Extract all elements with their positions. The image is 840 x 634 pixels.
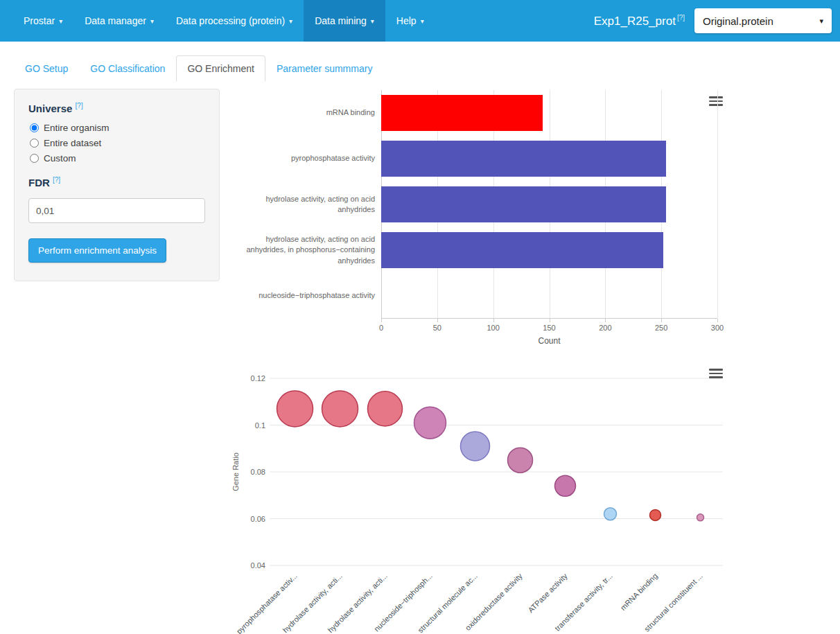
bar-row xyxy=(381,90,717,136)
axis-tick xyxy=(493,319,494,322)
bar-category-label: nucleoside−triphosphatase activity xyxy=(229,273,381,319)
radio-entire-organism[interactable]: Entire organism xyxy=(30,123,205,133)
radio-entire-dataset-input[interactable] xyxy=(30,139,39,148)
y-tick-label: 0.12 xyxy=(251,374,265,382)
bar-row xyxy=(381,136,717,182)
bubble[interactable] xyxy=(697,514,704,521)
top-navbar: Prostar▾Data manager▾Data processing (pr… xyxy=(0,0,840,42)
universe-heading-label: Universe xyxy=(28,103,72,114)
gridline xyxy=(717,90,718,318)
bar-category-label: mRNA binding xyxy=(229,90,381,136)
y-tick-label: 0.06 xyxy=(251,515,265,523)
barchart-x-axis-title: Count xyxy=(381,336,717,346)
bubble[interactable] xyxy=(461,432,490,461)
main-menu: Prostar▾Data manager▾Data processing (pr… xyxy=(12,0,435,42)
tab-parameter-summmary[interactable]: Parameter summmary xyxy=(265,55,383,82)
fdr-input[interactable] xyxy=(28,198,205,223)
radio-entire-dataset[interactable]: Entire dataset xyxy=(30,138,205,148)
dataset-help-icon[interactable]: [?] xyxy=(677,14,685,21)
fdr-heading: FDR [?] xyxy=(28,176,205,188)
navbar-right: Exp1_R25_prot[?] Original.protein ▾ xyxy=(594,0,832,42)
radio-custom[interactable]: Custom xyxy=(30,153,205,164)
chevron-down-icon: ▾ xyxy=(371,17,374,25)
fdr-heading-label: FDR xyxy=(28,177,50,188)
y-tick-label: 0.1 xyxy=(255,421,265,430)
nav-item-prostar[interactable]: Prostar▾ xyxy=(12,0,73,42)
bar-category-label: hydrolase activity, acting on acid anhyd… xyxy=(229,182,381,227)
bar-row xyxy=(381,227,717,273)
y-tick-label: 0.08 xyxy=(251,468,265,476)
y-axis-title: Gene Ratio xyxy=(231,452,240,491)
chart-export-menu-icon[interactable] xyxy=(709,367,723,380)
radio-custom-input[interactable] xyxy=(30,154,39,163)
bubble[interactable] xyxy=(508,448,533,473)
universe-heading: Universe [?] xyxy=(28,102,205,114)
axis-tick xyxy=(661,319,662,322)
tab-go-classification[interactable]: GO Classification xyxy=(79,55,176,82)
bar-row xyxy=(381,182,717,227)
radio-entire-organism-input[interactable] xyxy=(30,123,39,132)
enrichment-sidebar-panel: Universe [?] Entire organism Entire data… xyxy=(14,89,220,281)
bar[interactable] xyxy=(381,141,666,177)
x-tick-label: 300 xyxy=(711,324,724,332)
barchart-category-labels: mRNA bindingpyrophosphatase activityhydr… xyxy=(229,90,381,319)
barchart-body: mRNA bindingpyrophosphatase activityhydr… xyxy=(229,89,724,319)
bar-row xyxy=(381,273,717,319)
go-analysis-tabs: GO SetupGO ClassificationGO EnrichmentPa… xyxy=(14,55,840,82)
bubble[interactable] xyxy=(650,509,661,520)
axis-tick xyxy=(437,319,438,322)
x-tick-label: 0 xyxy=(379,324,383,332)
fdr-help-icon[interactable]: [?] xyxy=(53,176,60,184)
axis-tick xyxy=(550,319,550,322)
chevron-down-icon: ▾ xyxy=(59,17,62,25)
tab-go-setup[interactable]: GO Setup xyxy=(14,55,79,82)
bubble[interactable] xyxy=(555,475,576,496)
nav-item-data-mining[interactable]: Data mining▾ xyxy=(304,0,385,42)
nav-item-data-manager[interactable]: Data manager▾ xyxy=(73,0,165,42)
dataset-select-value: Original.protein xyxy=(703,15,773,27)
bar[interactable] xyxy=(381,232,663,268)
main-content: Universe [?] Entire organism Entire data… xyxy=(0,82,840,634)
barchart-plot-area xyxy=(381,90,717,319)
dataset-version-select[interactable]: Original.protein ▾ xyxy=(694,8,832,33)
bubble[interactable] xyxy=(322,391,358,427)
axis-tick xyxy=(605,319,606,322)
bars-container xyxy=(381,90,717,319)
nav-item-label: Prostar xyxy=(24,15,55,26)
nav-item-label: Data mining xyxy=(315,15,367,26)
nav-item-help[interactable]: Help▾ xyxy=(385,0,435,42)
bar-category-label: hydrolase activity, acting on acid anhyd… xyxy=(229,227,381,273)
nav-item-label: Help xyxy=(396,15,417,26)
radio-label: Entire organism xyxy=(44,123,110,133)
bar[interactable] xyxy=(381,186,666,222)
dataset-name-label: Exp1_R25_prot xyxy=(594,14,676,27)
x-category-label: ATPase activity xyxy=(526,572,569,615)
axis-tick xyxy=(381,319,382,322)
dataset-name: Exp1_R25_prot[?] xyxy=(594,14,685,28)
x-tick-label: 150 xyxy=(543,324,555,332)
tab-go-enrichment[interactable]: GO Enrichment xyxy=(176,55,265,82)
charts-column: mRNA bindingpyrophosphatase activityhydr… xyxy=(229,89,724,634)
bar-category-label: pyrophosphatase activity xyxy=(229,136,381,182)
x-category-label: mRNA binding xyxy=(619,572,659,612)
nav-item-label: Data processing (protein) xyxy=(176,15,285,26)
radio-label: Entire dataset xyxy=(44,138,101,148)
radio-label: Custom xyxy=(44,153,76,164)
nav-item-data-processing-protein[interactable]: Data processing (protein)▾ xyxy=(165,0,304,42)
bubble[interactable] xyxy=(414,407,446,439)
nav-item-label: Data manager xyxy=(85,15,146,26)
x-tick-label: 100 xyxy=(487,324,499,332)
bubble[interactable] xyxy=(277,391,313,427)
bubble-chart-svg: 0.040.060.080.10.12Gene Ratiopyrophospha… xyxy=(229,361,724,634)
perform-enrichment-button[interactable]: Perform enrichment analysis xyxy=(28,238,166,263)
bubble[interactable] xyxy=(604,508,617,520)
chevron-down-icon: ▾ xyxy=(289,17,292,25)
bar[interactable] xyxy=(381,95,543,131)
chevron-down-icon: ▾ xyxy=(421,17,424,25)
bubble[interactable] xyxy=(368,391,403,426)
x-tick-label: 200 xyxy=(599,324,611,332)
go-enrichment-barchart: mRNA bindingpyrophosphatase activityhydr… xyxy=(229,89,724,346)
universe-help-icon[interactable]: [?] xyxy=(76,102,83,109)
barchart-x-axis: 050100150200250300 xyxy=(381,319,717,334)
universe-radio-group: Entire organism Entire dataset Custom xyxy=(30,123,205,164)
